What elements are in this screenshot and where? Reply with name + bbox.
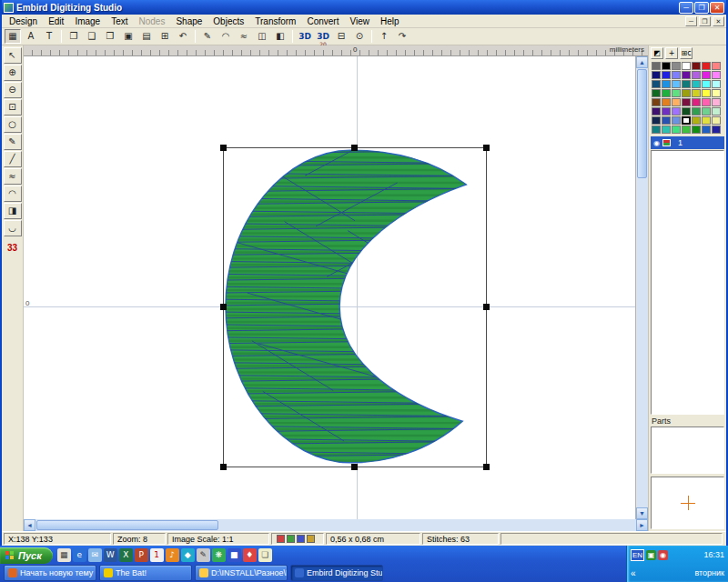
view-3d-button[interactable]: 3D xyxy=(297,29,313,44)
palette-color[interactable] xyxy=(672,125,681,134)
menu-convert[interactable]: Convert xyxy=(301,15,344,27)
menu-transform[interactable]: Transform xyxy=(249,15,301,27)
zoom-out-tool[interactable]: ⊖ xyxy=(4,82,22,98)
vertical-scroll-thumb[interactable] xyxy=(637,69,647,178)
palette-color[interactable] xyxy=(692,62,701,70)
lettering-tool-button[interactable]: A xyxy=(23,29,39,44)
column-tool[interactable]: ◨ xyxy=(4,203,22,219)
selection-handle[interactable] xyxy=(220,304,227,310)
design-canvas[interactable]: 0 xyxy=(24,56,636,519)
curve-tool[interactable]: ≈ xyxy=(4,168,22,185)
palette-color[interactable] xyxy=(672,80,681,88)
hoop-tool[interactable]: ◡ xyxy=(4,220,22,236)
ellipse-tool[interactable]: ○ xyxy=(4,116,22,133)
menu-shape[interactable]: Shape xyxy=(170,15,207,27)
palette-color[interactable] xyxy=(652,62,661,70)
menu-design[interactable]: Design xyxy=(4,15,43,27)
palette-color[interactable] xyxy=(672,89,681,97)
palette-color[interactable] xyxy=(692,80,701,88)
palette-color[interactable] xyxy=(662,125,671,134)
palette-color[interactable] xyxy=(702,71,711,79)
new-design-button[interactable]: ❐ xyxy=(66,29,82,44)
scroll-right-button[interactable]: ► xyxy=(636,519,648,531)
quick-launch-icon-9[interactable]: ◆ xyxy=(181,548,195,562)
child-close-button[interactable]: ✕ xyxy=(713,16,724,26)
menu-objects[interactable]: Objects xyxy=(207,15,249,27)
palette-color[interactable] xyxy=(652,98,661,106)
quick-launch-icon-4[interactable]: W xyxy=(104,548,117,562)
thread-chart-button[interactable]: ◩ xyxy=(651,47,663,59)
palette-color[interactable] xyxy=(702,98,711,106)
move-up-button[interactable]: ↑ xyxy=(376,29,392,44)
scroll-up-button[interactable]: ▲ xyxy=(636,56,648,68)
arc-tool[interactable]: ◠ xyxy=(4,186,22,202)
palette-color[interactable] xyxy=(682,107,691,115)
quick-launch-icon-7[interactable]: 1 xyxy=(150,548,164,562)
palette-color[interactable] xyxy=(682,89,691,97)
palette-color[interactable] xyxy=(712,116,721,125)
quick-launch-icon-12[interactable]: ■ xyxy=(228,548,241,562)
palette-color[interactable] xyxy=(712,98,721,106)
select-tool[interactable]: ↖ xyxy=(4,47,22,64)
language-indicator[interactable]: EN xyxy=(631,549,644,561)
quick-launch-icon-13[interactable]: ♦ xyxy=(243,548,257,562)
task-embird[interactable]: Embird Digitizing Stud... xyxy=(290,565,383,581)
clock[interactable]: 16:31 xyxy=(703,550,724,559)
quick-launch-icon-10[interactable]: ✎ xyxy=(197,548,210,562)
palette-color[interactable] xyxy=(662,89,671,97)
palette-color[interactable] xyxy=(662,80,671,88)
palette-options-button[interactable]: ⊞c xyxy=(680,47,693,59)
child-restore-button[interactable]: ❐ xyxy=(699,16,711,26)
palette-color[interactable] xyxy=(652,125,661,134)
palette-color[interactable] xyxy=(682,98,691,106)
palette-color[interactable] xyxy=(682,125,691,134)
menu-text[interactable]: Text xyxy=(106,15,133,27)
pan-tool[interactable]: ⊡ xyxy=(4,99,22,115)
palette-color[interactable] xyxy=(712,71,721,79)
maximize-button[interactable]: ❐ xyxy=(694,2,709,14)
palette-color[interactable] xyxy=(682,62,691,70)
palette-color[interactable] xyxy=(702,107,711,115)
palette-color[interactable] xyxy=(692,98,701,106)
magnet-button[interactable]: ⊙ xyxy=(351,29,368,44)
menu-edit[interactable]: Edit xyxy=(43,15,69,27)
palette-color[interactable] xyxy=(672,62,681,70)
palette-color[interactable] xyxy=(712,125,721,134)
zoom-in-tool[interactable]: ⊕ xyxy=(4,65,22,81)
grid-button[interactable]: ⊟ xyxy=(333,29,349,44)
selection-handle[interactable] xyxy=(483,464,490,470)
quick-launch-icon-3[interactable]: ✉ xyxy=(88,548,102,562)
quick-launch-icon-2[interactable]: e xyxy=(73,548,86,562)
palette-color[interactable] xyxy=(662,107,671,115)
palette-color[interactable] xyxy=(672,107,681,115)
menu-image[interactable]: Image xyxy=(69,15,106,27)
quick-launch-icon-14[interactable]: ❏ xyxy=(258,548,272,562)
palette-color[interactable] xyxy=(662,62,671,70)
object-list[interactable] xyxy=(651,150,724,415)
palette-color[interactable] xyxy=(712,62,721,70)
copy-button[interactable]: ⊞ xyxy=(157,29,173,44)
visibility-eye-icon[interactable]: ◉ xyxy=(653,139,660,147)
line-tool[interactable]: ╱ xyxy=(4,151,22,167)
minimize-button[interactable]: ─ xyxy=(679,2,693,14)
palette-color[interactable] xyxy=(702,62,711,70)
child-minimize-button[interactable]: ─ xyxy=(685,16,697,26)
quick-launch-icon-11[interactable]: ❋ xyxy=(212,548,226,562)
close-button[interactable]: ✕ xyxy=(710,2,724,14)
palette-color[interactable] xyxy=(662,116,671,125)
palette-color[interactable] xyxy=(682,80,691,88)
palette-color[interactable] xyxy=(702,80,711,88)
scroll-down-button[interactable]: ▼ xyxy=(636,507,648,519)
vertical-scrollbar[interactable]: ▲ ▼ xyxy=(636,56,648,519)
start-button[interactable]: Пуск xyxy=(0,547,53,564)
layer-row[interactable]: ◉ 1 xyxy=(651,136,724,149)
selection-handle[interactable] xyxy=(220,145,227,151)
palette-color[interactable] xyxy=(682,116,691,125)
selection-bounding-box[interactable] xyxy=(223,147,487,467)
freehand-shape-button[interactable]: ✎ xyxy=(199,29,216,44)
undo-button[interactable]: ↶ xyxy=(175,29,191,44)
arc-shape-button[interactable]: ◠ xyxy=(217,29,234,44)
tray-icon[interactable]: ◉ xyxy=(658,550,668,560)
palette-color[interactable] xyxy=(692,89,701,97)
palette-color[interactable] xyxy=(712,89,721,97)
